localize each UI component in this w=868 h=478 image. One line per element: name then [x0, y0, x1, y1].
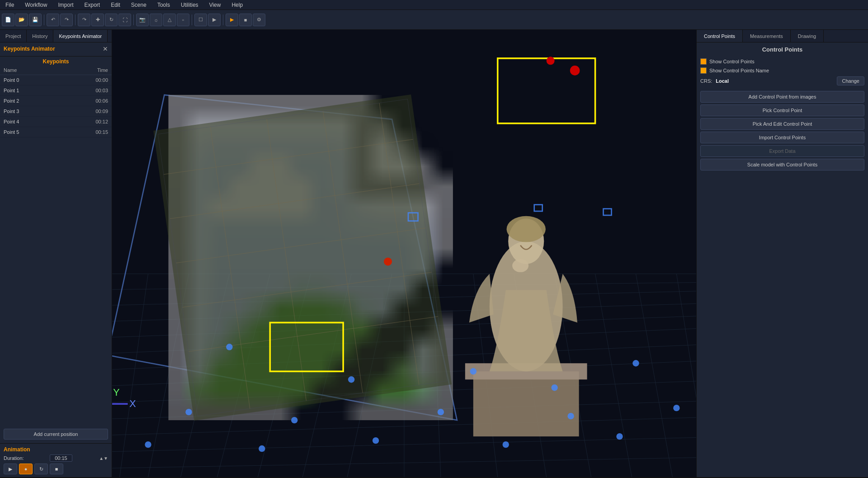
play-anim-btn[interactable]: ▶: [4, 464, 17, 474]
undo-btn[interactable]: ↶: [47, 14, 59, 26]
tab-drawing[interactable]: Drawing: [791, 30, 824, 42]
stop-btn[interactable]: ■: [239, 14, 252, 26]
main-area: Project History Keypoints Animator Keypo…: [0, 30, 868, 477]
menu-import[interactable]: Import: [56, 1, 75, 9]
show-cp-name-row: Show Control Points Name: [700, 67, 864, 74]
right-panel: Control Points Measurements Drawing Cont…: [696, 30, 868, 477]
kp-col-name-header: Name: [4, 67, 81, 73]
open-btn[interactable]: 📂: [15, 14, 28, 26]
camera-btn[interactable]: 📷: [136, 14, 149, 26]
svg-point-67: [567, 413, 574, 419]
svg-point-70: [145, 441, 151, 448]
menu-help[interactable]: Help: [230, 1, 245, 9]
render-btn[interactable]: ▶: [208, 14, 221, 26]
svg-point-64: [185, 409, 192, 415]
add-current-position-btn[interactable]: Add current position: [4, 429, 108, 440]
left-tabs-bar: Project History Keypoints Animator: [0, 30, 112, 43]
duration-label: Duration:: [4, 455, 24, 461]
svg-text:Y: Y: [113, 387, 119, 398]
rotate-btn[interactable]: ↻: [105, 14, 118, 26]
kp-name-0: Point 0: [4, 77, 81, 83]
tab-keypoints-animator[interactable]: Keypoints Animator: [53, 30, 108, 42]
show-cp-name-label: Show Control Points Name: [709, 68, 769, 73]
stop-anim-btn[interactable]: ■: [50, 464, 63, 474]
kp-row-1[interactable]: Point 1 00:03: [0, 85, 112, 96]
kp-time-5: 00:15: [81, 129, 108, 135]
pick-cp-btn[interactable]: Pick Control Point: [700, 104, 864, 116]
kp-name-2: Point 2: [4, 98, 81, 104]
svg-point-52: [507, 216, 546, 242]
menu-tools[interactable]: Tools: [156, 1, 172, 9]
loop-btn[interactable]: ↻: [34, 464, 48, 474]
sep1: [44, 14, 44, 25]
svg-point-74: [616, 433, 623, 440]
kp-name-1: Point 1: [4, 88, 81, 93]
duration-spinner[interactable]: ▲▼: [99, 456, 108, 461]
sep3: [133, 14, 134, 25]
play-btn[interactable]: ▶: [226, 14, 238, 26]
add-cp-images-btn[interactable]: Add Control Point from images: [700, 91, 864, 103]
kp-time-1: 00:03: [81, 88, 108, 93]
keypoints-panel-title: Keypoints Animator: [4, 46, 55, 52]
kp-name-4: Point 4: [4, 119, 81, 124]
svg-point-46: [547, 57, 555, 65]
svg-point-66: [438, 409, 444, 415]
tab-measurements[interactable]: Measurements: [743, 30, 791, 42]
mesh-btn[interactable]: △: [163, 14, 176, 26]
kp-row-2[interactable]: Point 2 00:06: [0, 96, 112, 106]
kp-table-header: Name Time: [0, 66, 112, 75]
show-cp-label: Show Control Points: [709, 59, 755, 64]
show-cp-color: [700, 58, 707, 65]
close-panel-btn[interactable]: ✕: [103, 45, 108, 52]
redo-btn[interactable]: ↷: [60, 14, 73, 26]
import-cp-btn[interactable]: Import Control Points: [700, 132, 864, 143]
save-btn[interactable]: 💾: [29, 14, 42, 26]
kp-time-0: 00:00: [81, 77, 108, 83]
view-btn[interactable]: ☐: [194, 14, 207, 26]
kp-row-5[interactable]: Point 5 00:15: [0, 127, 112, 137]
animation-title: Animation: [4, 446, 108, 453]
menu-workflow[interactable]: Workflow: [23, 1, 49, 9]
menu-utilities[interactable]: Utilities: [179, 1, 200, 9]
duration-input[interactable]: [50, 454, 72, 462]
new-btn[interactable]: 📄: [2, 14, 14, 26]
tab-control-points[interactable]: Control Points: [697, 30, 743, 42]
kp-row-0[interactable]: Point 0 00:00: [0, 75, 112, 85]
settings-btn[interactable]: ⚙: [253, 14, 265, 26]
svg-rect-48: [473, 371, 579, 436]
move-btn[interactable]: ✚: [91, 14, 104, 26]
crs-value: Local: [716, 78, 729, 84]
kp-col-time-header: Time: [81, 67, 108, 73]
svg-point-59: [348, 376, 354, 383]
menu-view[interactable]: View: [208, 1, 223, 9]
pick-edit-cp-btn[interactable]: Pick And Edit Control Point: [700, 118, 864, 130]
change-crs-btn[interactable]: Change: [837, 76, 864, 85]
show-cp-name-color: [700, 67, 707, 74]
viewport[interactable]: X Z Y: [112, 30, 696, 477]
kp-row-3[interactable]: Point 3 00:09: [0, 106, 112, 117]
kp-name-5: Point 5: [4, 129, 81, 135]
kp-row-4[interactable]: Point 4 00:12: [0, 117, 112, 127]
kp-time-3: 00:09: [81, 109, 108, 114]
viewport-scene: X Z Y: [112, 30, 696, 477]
scale-model-cp-btn[interactable]: Scale model with Control Points: [700, 159, 864, 170]
svg-point-65: [291, 417, 297, 423]
tab-history[interactable]: History: [27, 30, 53, 42]
svg-point-76: [384, 257, 392, 265]
scale-btn[interactable]: ⛶: [118, 14, 131, 26]
point-cloud-btn[interactable]: ▫: [177, 14, 189, 26]
select-btn[interactable]: ↷: [78, 14, 90, 26]
right-panel-content: Control Points Show Control Points Show …: [697, 43, 868, 477]
keypoints-section-title: Keypoints: [42, 58, 69, 65]
menu-file[interactable]: File: [4, 1, 16, 9]
tab-project[interactable]: Project: [0, 30, 27, 42]
menu-export[interactable]: Export: [82, 1, 102, 9]
right-tabs-bar: Control Points Measurements Drawing: [697, 30, 868, 43]
duration-row: Duration: ▲▼: [4, 454, 108, 462]
record-btn[interactable]: ●: [19, 464, 33, 474]
menu-edit[interactable]: Edit: [109, 1, 122, 9]
menu-scene[interactable]: Scene: [129, 1, 148, 9]
keypoints-header: Keypoints Animator ✕: [0, 43, 112, 57]
light-btn[interactable]: ☼: [150, 14, 162, 26]
crs-label: CRS:: [700, 78, 712, 84]
